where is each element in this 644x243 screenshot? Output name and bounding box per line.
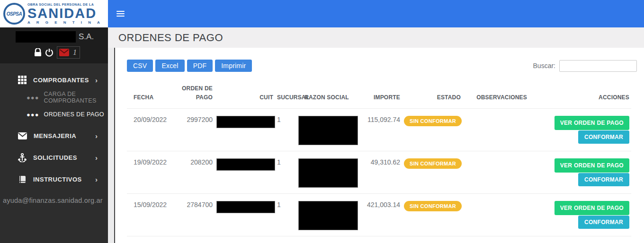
table-row: 20/09/2022 2997200 1 115,092.74 SIN CONF…: [127, 109, 631, 151]
ellipsis-icon: ●●●: [27, 112, 39, 118]
redacted-company-name: [16, 31, 76, 43]
cell-orden-de-pago: 208200: [169, 151, 215, 194]
table-row: 15/09/2022 2784700 1 421,003.14 SIN CONF…: [127, 194, 631, 236]
cell-sucursal: 1: [275, 151, 296, 194]
mail-notification[interactable]: 1: [57, 46, 80, 59]
chevron-right-icon: ›: [95, 76, 98, 84]
anchor-icon: [18, 153, 27, 162]
support-email: ayuda@finanzas.sanidad.org.ar: [0, 197, 108, 204]
brand-country: A R G E N T I N A: [27, 21, 102, 25]
column-header-cuit[interactable]: CUIT: [215, 79, 275, 109]
cell-orden-de-pago: 2997200: [169, 109, 215, 151]
book-icon: [18, 175, 27, 183]
ordenes-de-pago-table: FECHA ORDEN DE PAGO CUIT SUCURSAL RAZON …: [127, 79, 631, 243]
sidebar-menu: COMPROBANTES › ●●● CARGA DE COMPROBANTES…: [0, 63, 108, 204]
sidebar-item-label: COMPROBANTES: [33, 77, 89, 84]
redacted-cuit: [216, 116, 275, 128]
sidebar-item-solicitudes[interactable]: SOLICITUDES ›: [0, 148, 108, 166]
sidebar-item-label: ORDENES DE PAGO: [44, 111, 104, 118]
company-suffix: S.A.: [79, 32, 94, 42]
table-header-row: FECHA ORDEN DE PAGO CUIT SUCURSAL RAZON …: [127, 79, 631, 109]
cell-fecha: 19/09/2022: [127, 151, 169, 194]
cell-importe: 49,310.62: [357, 151, 402, 194]
column-header-fecha[interactable]: FECHA: [127, 79, 169, 109]
status-badge: SIN CONFORMAR: [404, 158, 462, 169]
sidebar-item-comprobantes[interactable]: COMPROBANTES ›: [0, 71, 108, 89]
chevron-right-icon: ›: [95, 175, 98, 183]
envelope-icon: [18, 132, 27, 139]
redacted-razon-social: [298, 158, 358, 188]
brand-logo: OSPSA OBRA SOCIAL DEL PERSONAL DE LA SAN…: [0, 0, 108, 27]
cell-observaciones: [463, 236, 529, 243]
power-icon[interactable]: [45, 48, 54, 57]
grid-icon: [18, 76, 27, 84]
cell-importe: 421,003.14: [357, 194, 402, 236]
main-content: ORDENES DE PAGO CSV Excel PDF Imprimir B…: [108, 27, 644, 243]
redacted-cuit: [216, 201, 275, 213]
unread-count: 1: [73, 48, 77, 57]
sidebar-item-label: CARGA DE COMPROBANTES: [44, 91, 108, 104]
cell-importe: 115,092.74: [357, 109, 402, 151]
cell-observaciones: [463, 109, 529, 151]
cell-sucursal: 1: [275, 194, 296, 236]
lock-icon[interactable]: [34, 48, 42, 57]
sidebar: OSPSA OBRA SOCIAL DEL PERSONAL DE LA SAN…: [0, 0, 108, 243]
print-button[interactable]: Imprimir: [215, 60, 252, 72]
cell-observaciones: [463, 194, 529, 236]
cell-orden-de-pago: 2784700: [169, 194, 215, 236]
table-toolbar: CSV Excel PDF Imprimir Buscar:: [127, 60, 637, 72]
cell-fecha: [127, 236, 169, 243]
cell-sucursal: [275, 236, 296, 243]
ver-orden-de-pago-button[interactable]: VER ORDEN DE PAGO: [555, 201, 629, 215]
brand-text: OBRA SOCIAL DEL PERSONAL DE LA SANIDAD A…: [27, 3, 102, 25]
cell-fecha: 20/09/2022: [127, 109, 169, 151]
conformar-button[interactable]: CONFORMAR: [578, 173, 629, 186]
redacted-cuit: [216, 158, 275, 171]
conformar-button[interactable]: CONFORMAR: [578, 130, 629, 144]
sidebar-item-label: SOLICITUDES: [33, 154, 77, 161]
column-header-estado[interactable]: ESTADO: [402, 79, 463, 109]
status-badge: SIN CONFORMAR: [404, 201, 462, 211]
brand-name: SANIDAD: [27, 7, 102, 20]
conformar-button[interactable]: CONFORMAR: [578, 216, 629, 229]
column-header-razon-social[interactable]: RAZON SOCIAL: [296, 79, 357, 109]
csv-button[interactable]: CSV: [127, 60, 153, 72]
column-header-acciones[interactable]: ACCIONES: [529, 79, 631, 109]
chevron-right-icon: ›: [95, 132, 98, 140]
page-header: ORDENES DE PAGO: [108, 27, 644, 48]
sidebar-item-label: INSTRUCTIVOS: [33, 176, 82, 183]
redacted-razon-social: [298, 201, 358, 230]
sidebar-item-label: MENSAJERIA: [34, 132, 76, 139]
cell-observaciones: [463, 151, 529, 194]
topbar: [108, 0, 644, 27]
ver-orden-de-pago-button[interactable]: VER ORDEN DE PAGO: [555, 158, 629, 173]
mail-icon: [59, 49, 69, 56]
cell-importe: [357, 236, 402, 243]
search-block: Buscar:: [533, 60, 637, 72]
user-block: S.A. 1: [0, 27, 108, 63]
excel-button[interactable]: Excel: [155, 60, 184, 72]
sidebar-item-ordenes-de-pago[interactable]: ●●● ORDENES DE PAGO: [0, 106, 108, 123]
content-wrap: CSV Excel PDF Imprimir Buscar: FECHA ORD…: [108, 48, 644, 243]
cell-fecha: 15/09/2022: [127, 194, 169, 236]
sidebar-item-instructivos[interactable]: INSTRUCTIVOS ›: [0, 170, 108, 188]
sidebar-item-mensajeria[interactable]: MENSAJERIA ›: [0, 127, 108, 145]
page-title: ORDENES DE PAGO: [118, 32, 223, 44]
search-input[interactable]: [559, 60, 637, 72]
column-header-sucursal[interactable]: SUCURSAL: [275, 79, 296, 109]
column-header-importe[interactable]: IMPORTE: [357, 79, 402, 109]
export-buttons: CSV Excel PDF Imprimir: [127, 60, 252, 72]
pdf-button[interactable]: PDF: [187, 60, 213, 72]
column-header-orden-de-pago[interactable]: ORDEN DE PAGO: [169, 79, 215, 109]
table-row-partial: SIN CONFORMAR VER ORDEN DE PAGO CONFORMA…: [127, 236, 631, 243]
status-badge: SIN CONFORMAR: [404, 116, 462, 126]
chevron-right-icon: ›: [95, 154, 98, 162]
search-label: Buscar:: [533, 62, 555, 69]
content-card: CSV Excel PDF Imprimir Buscar: FECHA ORD…: [114, 48, 644, 243]
redacted-razon-social: [298, 116, 358, 145]
ver-orden-de-pago-button[interactable]: VER ORDEN DE PAGO: [555, 116, 629, 130]
sidebar-item-carga-de-comprobantes[interactable]: ●●● CARGA DE COMPROBANTES: [0, 89, 108, 106]
ospsa-logo-icon: OSPSA: [3, 3, 25, 25]
column-header-observaciones[interactable]: OBSERVACIONES: [463, 79, 529, 109]
menu-toggle-icon[interactable]: [116, 11, 125, 18]
